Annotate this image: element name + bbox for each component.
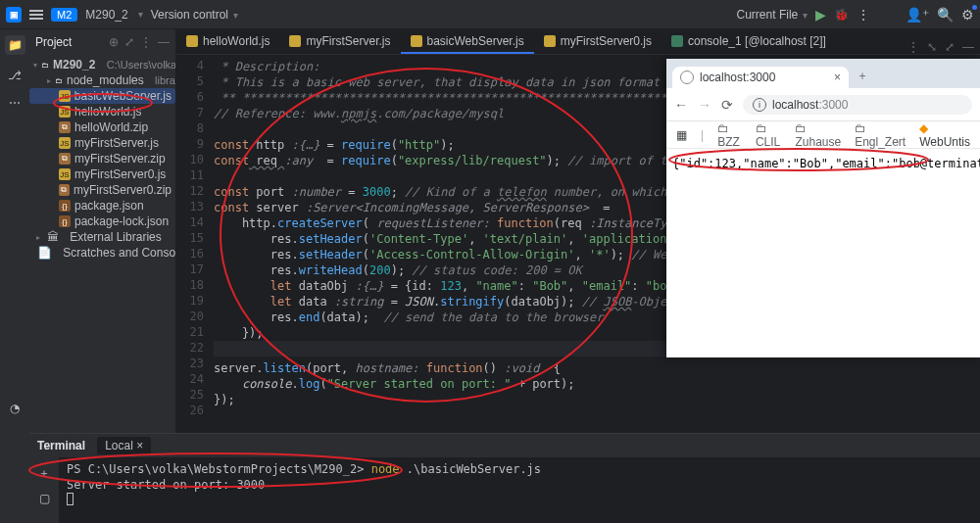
run-config-select[interactable]: Current File ▾ xyxy=(737,8,808,22)
app-logo: ▣ xyxy=(6,7,22,23)
tab-hide-icon[interactable]: — xyxy=(962,40,974,54)
panel-more-icon[interactable]: ⋮ xyxy=(140,35,152,49)
terminal-panel: Terminal Local × ＋ ▢ PS C:\Users\volka\W… xyxy=(29,433,980,523)
apps-icon[interactable]: ▦ xyxy=(676,128,687,142)
globe-icon xyxy=(680,71,694,84)
site-info-icon[interactable]: i xyxy=(753,98,766,112)
tree-file[interactable]: {}package-lock.json xyxy=(29,214,175,229)
settings-icon[interactable]: ⚙ xyxy=(961,7,974,23)
address-bar[interactable]: i localhost:3000 xyxy=(743,95,972,115)
code-with-me-icon[interactable]: 👤⁺ xyxy=(906,7,929,23)
bookmark-folder[interactable]: 🗀 Engl_Zert xyxy=(855,121,906,149)
project-panel: Project ⊕ ⤢ ⋮ — ▾🗀M290_2 C:\Users\volka\… xyxy=(29,29,176,433)
project-name[interactable]: M290_2 xyxy=(85,8,127,22)
tree-file[interactable]: ⧉myFirstServer.zip xyxy=(29,151,175,166)
tab-split-icon[interactable]: ⤡ xyxy=(927,40,937,54)
new-tab-icon[interactable]: ＋ xyxy=(849,64,876,88)
top-toolbar: ▣ M2 M290_2▾ Version control ▾ Current F… xyxy=(0,0,980,29)
bookmark-folder[interactable]: 🗀 Zuhause xyxy=(795,121,841,149)
run-icon[interactable]: ▶ xyxy=(815,7,826,23)
editor-tabs: helloWorld.js myFirstServer.js basicWebS… xyxy=(176,29,980,55)
bookmark-webuntis[interactable]: ◆ WebUntis xyxy=(919,121,970,149)
tree-file[interactable]: JSmyFirstServer.js xyxy=(29,135,175,151)
terminal-tab-local[interactable]: Local × xyxy=(97,437,151,454)
browser-window: localhost:3000 × ＋ ← → ⟳ i localhost:300… xyxy=(666,59,980,357)
tab-expand-icon[interactable]: ⤢ xyxy=(945,40,955,54)
project-panel-title: Project xyxy=(35,35,72,49)
terminal-title: Terminal xyxy=(37,439,85,452)
tree-scratches[interactable]: 📄 Scratches and Consoles xyxy=(29,245,175,261)
locate-icon[interactable]: ⊕ xyxy=(109,35,119,49)
tab-console[interactable]: console_1 [@localhost [2]] xyxy=(662,30,836,54)
tree-node-modules[interactable]: ▸🗀node_modules library r xyxy=(29,72,175,88)
tree-file[interactable]: JShelloWorld.js xyxy=(29,104,175,119)
terminal-side-icons: ＋ ▢ xyxy=(29,457,59,523)
commit-tool-icon[interactable]: ⎇ xyxy=(8,69,22,82)
bookmarks-bar: ▦ | 🗀 BZZ 🗀 CLIL 🗀 Zuhause 🗀 Engl_Zert ◆… xyxy=(666,121,980,149)
tab-myfirstserver0[interactable]: myFirstServer0.js xyxy=(534,30,662,54)
expand-icon[interactable]: ⤢ xyxy=(124,35,134,49)
line-gutter: 4567891011121314151617181920212223242526 xyxy=(176,55,210,419)
search-icon[interactable]: 🔍 xyxy=(937,7,954,23)
more-tool-icon[interactable]: ⋯ xyxy=(9,96,21,110)
bookmark-folder[interactable]: 🗀 CLIL xyxy=(756,121,782,149)
tree-file[interactable]: JSmyFirstServer0.js xyxy=(29,166,175,182)
db-tool-icon[interactable]: ◔ xyxy=(10,402,20,415)
tab-myfirstserver[interactable]: myFirstServer.js xyxy=(279,30,400,54)
project-tree: ▾🗀M290_2 C:\Users\volka\W ▸🗀node_modules… xyxy=(29,55,175,433)
panel-hide-icon[interactable]: — xyxy=(158,35,170,49)
terminal-hide-icon[interactable]: ▢ xyxy=(39,492,50,505)
tool-stripe-left: 📁 ⎇ ⋯ ◔ xyxy=(0,29,29,523)
tab-helloworld[interactable]: helloWorld.js xyxy=(176,30,279,54)
debug-icon[interactable]: 🐞 xyxy=(834,8,849,22)
tree-file[interactable]: {}package.json xyxy=(29,198,175,214)
project-tool-icon[interactable]: 📁 xyxy=(5,35,25,55)
project-chip[interactable]: M2 xyxy=(51,8,77,22)
back-icon[interactable]: ← xyxy=(674,97,688,113)
tab-more-icon[interactable]: ⋮ xyxy=(907,40,919,54)
forward-icon: → xyxy=(698,97,711,113)
more-icon[interactable]: ⋮ xyxy=(857,7,870,23)
tree-file[interactable]: ⧉myFirstServer0.zip xyxy=(29,182,175,198)
tree-file-basicwebserver[interactable]: JSbasicWebServer.js xyxy=(29,88,175,104)
browser-toolbar: ← → ⟳ i localhost:3000 xyxy=(666,88,980,121)
close-icon[interactable]: × xyxy=(834,71,841,84)
version-control-menu[interactable]: Version control ▾ xyxy=(151,8,238,22)
tab-basicwebserver[interactable]: basicWebServer.js xyxy=(401,30,534,54)
reload-icon[interactable]: ⟳ xyxy=(721,97,733,113)
tree-file[interactable]: ⧉helloWorld.zip xyxy=(29,119,175,135)
bookmark-folder[interactable]: 🗀 BZZ xyxy=(717,121,742,149)
chevron-down-icon: ▾ xyxy=(138,9,143,20)
terminal-output[interactable]: PS C:\Users\volka\WebstormProjects\M290_… xyxy=(59,457,980,513)
tree-root[interactable]: ▾🗀M290_2 C:\Users\volka\W xyxy=(29,57,175,72)
browser-body: {"id":123,"name":"Bob","email":"bob@term… xyxy=(666,149,980,178)
main-menu-icon[interactable] xyxy=(29,10,43,20)
tree-external-libraries[interactable]: ▸🏛 External Libraries xyxy=(29,229,175,245)
browser-tab[interactable]: localhost:3000 × xyxy=(672,67,849,88)
terminal-add-icon[interactable]: ＋ xyxy=(38,465,50,482)
browser-tabstrip: localhost:3000 × ＋ xyxy=(666,59,980,88)
